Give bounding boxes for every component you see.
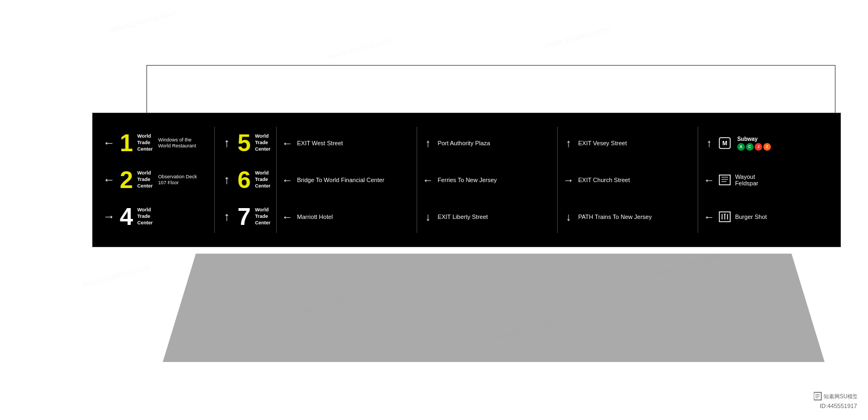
burger-row: ← Burger Shot: [704, 200, 833, 234]
row-4: → 4 WorldTradeCenter: [103, 200, 211, 234]
desc-text-1: Windows of theWorld Restaurant: [158, 137, 196, 149]
exit-row-bridge: ← Bridge To World Financial Center: [282, 163, 411, 197]
exit-row-liberty: ↓ EXIT Liberty Street: [423, 200, 552, 234]
wayout-row: ← WayoutFeldspar: [704, 163, 833, 197]
arrow-left-1: ←: [103, 136, 116, 150]
location-7: WorldTradeCenter: [255, 207, 271, 226]
subway-icon: M: [719, 137, 731, 149]
exit-section-1: ← EXIT West Street ← Bridge To World Fin…: [277, 122, 417, 237]
arrow-up-6: ↑: [220, 173, 233, 187]
arrow-bridge: ←: [282, 174, 293, 186]
circle-j: J: [755, 143, 762, 151]
svg-text:M: M: [722, 140, 727, 146]
location-2: WorldTradeCenter: [137, 170, 153, 189]
arrow-wayout: ←: [704, 174, 714, 186]
desc-1: Windows of theWorld Restaurant: [158, 137, 196, 149]
location-4: WorldTradeCenter: [137, 207, 153, 226]
subway-circles: A C J Z: [737, 143, 771, 151]
arrow-subway: ↑: [704, 137, 714, 150]
wayout-icon: [719, 175, 731, 185]
exit-port-text: Port Authority Plaza: [438, 140, 490, 146]
subway-text: Subway: [737, 136, 758, 142]
num-6: 6: [235, 168, 253, 192]
arrow-port: ↑: [423, 137, 433, 150]
exit-row-church: → EXIT Church Street: [563, 163, 692, 197]
location-5: WorldTradeCenter: [255, 133, 271, 152]
exit-row-marriott: ← Marriott Hotel: [282, 200, 411, 234]
burger-text: Burger Shot: [735, 214, 767, 220]
circle-z: Z: [763, 143, 771, 151]
exit-row-vesey: ↑ EXIT Vesey Street: [563, 126, 692, 160]
wayout-text: WayoutFeldspar: [735, 173, 758, 186]
num-7: 7: [235, 205, 253, 229]
arrow-vesey: ↑: [563, 137, 574, 150]
exit-ferries-text: Ferries To New Jersey: [438, 177, 497, 183]
exit-row-west: ← EXIT West Street: [282, 126, 411, 160]
exit-bridge-text: Bridge To World Financial Center: [297, 177, 385, 183]
watermark-2: www.znzmo.com: [326, 35, 395, 62]
arrow-church: →: [563, 174, 574, 186]
exit-section-2: ↑ Port Authority Plaza ← Ferries To New …: [417, 122, 557, 237]
exit-section-3: ↑ EXIT Vesey Street → EXIT Church Street…: [558, 122, 698, 237]
num-4: 4: [118, 205, 135, 229]
arrow-marriott: ←: [282, 211, 293, 223]
arrow-path: ↓: [563, 211, 574, 223]
num-5: 5: [235, 131, 253, 155]
bottom-badge: 知素网SU模型 ID:445551917: [814, 391, 857, 409]
row-2: ← 2 WorldTradeCenter Observation Deck107…: [103, 163, 211, 197]
circle-a: A: [737, 143, 745, 151]
row-5: ↑ 5 WorldTradeCenter: [220, 126, 271, 160]
perspective-base: [163, 254, 825, 362]
exit-row-path: ↓ PATH Trains To New Jersey: [563, 200, 692, 234]
exit-row-ferries: ← Ferries To New Jersey: [423, 163, 552, 197]
location-text-5: WorldTradeCenter: [255, 133, 271, 152]
arrow-up-5: ↑: [220, 136, 233, 150]
desc-text-2: Observation Deck107 Floor: [158, 174, 197, 186]
row-6: ↑ 6 WorldTradeCenter: [220, 163, 271, 197]
location-text-2: WorldTradeCenter: [137, 170, 153, 189]
desc-2: Observation Deck107 Floor: [158, 174, 197, 186]
arrow-burger: ←: [704, 211, 714, 223]
svg-rect-2: [719, 175, 730, 185]
location-text-6: WorldTradeCenter: [255, 170, 271, 189]
exit-path-text: PATH Trains To New Jersey: [578, 214, 652, 220]
arrow-right-4: →: [103, 210, 116, 224]
location-text-7: WorldTradeCenter: [255, 207, 271, 226]
row-7: ↑ 7 WorldTradeCenter: [220, 200, 271, 234]
circle-c: C: [746, 143, 754, 151]
watermark-3: www.znzmo.com: [542, 24, 612, 51]
badge-icon: 知素网SU模型: [814, 391, 857, 402]
location-1: WorldTradeCenter: [137, 133, 153, 152]
location-text-1: WorldTradeCenter: [137, 133, 153, 152]
arrow-up-7: ↑: [220, 210, 233, 224]
numbered-right-section: ↑ 5 WorldTradeCenter ↑ 6 WorldTradeCente…: [215, 122, 276, 237]
arrow-ferries: ←: [423, 174, 433, 186]
arrow-left-2: ←: [103, 173, 116, 187]
watermark-4: www.znzmo.com: [81, 262, 151, 290]
num-1: 1: [118, 131, 135, 155]
subway-icon-container: M: [719, 137, 731, 149]
sign-panel: ← 1 WorldTradeCenter Windows of theWorld…: [95, 118, 838, 242]
exit-liberty-text: EXIT Liberty Street: [438, 214, 488, 220]
exit-west-text: EXIT West Street: [297, 140, 343, 146]
location-text-4: WorldTradeCenter: [137, 207, 153, 226]
num-2: 2: [118, 168, 135, 192]
services-section: ↑ M Subway A C J Z ←: [698, 122, 838, 237]
subway-row: ↑ M Subway A C J Z: [704, 126, 833, 160]
exit-vesey-text: EXIT Vesey Street: [578, 140, 627, 146]
subway-label-container: Subway A C J Z: [737, 136, 771, 151]
location-6: WorldTradeCenter: [255, 170, 271, 189]
badge-line-1: 知素网SU模型: [814, 391, 857, 403]
exit-row-port: ↑ Port Authority Plaza: [423, 126, 552, 160]
arrow-west: ←: [282, 137, 293, 150]
numbered-left-section: ← 1 WorldTradeCenter Windows of theWorld…: [95, 122, 214, 237]
arrow-liberty: ↓: [423, 211, 433, 223]
exit-church-text: EXIT Church Street: [578, 177, 630, 183]
badge-line-2: ID:445551917: [820, 403, 857, 409]
svg-text:知素网SU模型: 知素网SU模型: [824, 393, 857, 399]
row-1: ← 1 WorldTradeCenter Windows of theWorld…: [103, 126, 211, 160]
restaurant-icon: [719, 211, 731, 222]
watermark-1: www.znzmo.com: [108, 8, 178, 35]
exit-marriott-text: Marriott Hotel: [297, 214, 333, 220]
